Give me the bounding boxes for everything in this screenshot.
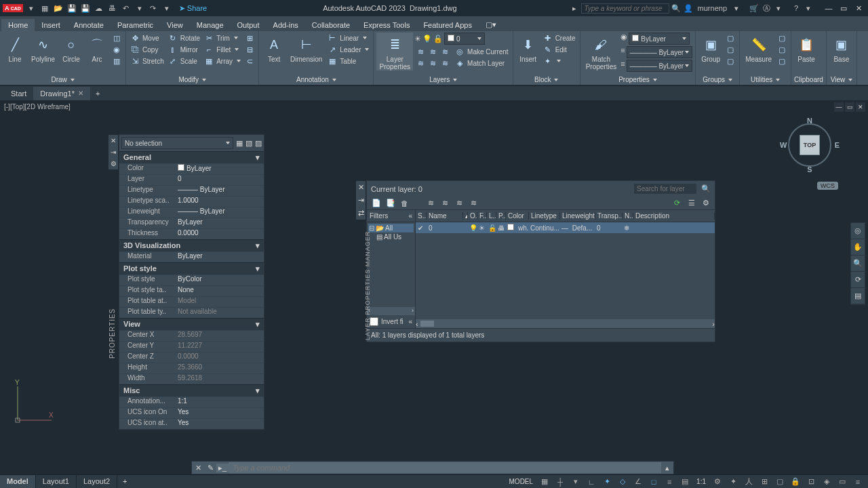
viewcube-w[interactable]: W	[780, 141, 787, 149]
block-tool-3[interactable]: ✦	[542, 56, 577, 66]
layer-search-input[interactable]	[634, 184, 696, 194]
refresh-icon[interactable]: ⟳	[672, 198, 682, 208]
section-misc[interactable]: Misc▾	[119, 384, 264, 396]
group-t2[interactable]: ▢	[724, 44, 736, 55]
draw-tool-2[interactable]: ◉	[111, 44, 123, 55]
save-icon[interactable]: 💾	[66, 3, 77, 14]
block-panel-title[interactable]: Block	[516, 75, 577, 85]
menu-down-icon[interactable]: ▾	[26, 3, 37, 14]
new-icon[interactable]: ▦	[39, 3, 50, 14]
tab-home[interactable]: Home	[1, 19, 35, 31]
anno-icon[interactable]: ⚙	[710, 476, 725, 488]
draw-tool-3[interactable]: ▥	[111, 56, 123, 66]
web-mobile-icon[interactable]: ☁	[94, 3, 104, 14]
user-drop-icon[interactable]: ▾	[731, 3, 742, 14]
app-drop-icon[interactable]: ▾	[773, 3, 784, 14]
edit-block-button[interactable]: ✎Edit	[542, 44, 577, 55]
util-t2[interactable]: ▢	[776, 44, 788, 55]
nav-showm-icon[interactable]: ▤	[851, 288, 865, 304]
minimize-icon[interactable]: —	[822, 3, 835, 14]
open-icon[interactable]: 📂	[53, 3, 64, 14]
tab-express[interactable]: Express Tools	[357, 19, 416, 31]
layer-opt-icon[interactable]: ⇄	[358, 209, 364, 218]
layer-lock-icon[interactable]: 🔓	[433, 35, 443, 43]
layout-2[interactable]: Layout2	[77, 475, 117, 488]
groups-panel-title[interactable]: Groups	[698, 75, 736, 85]
modify-tool-2[interactable]: ⊟	[243, 44, 256, 55]
draw-panel-title[interactable]: Draw	[3, 75, 123, 85]
paste-button[interactable]: 📋Paste	[794, 33, 818, 63]
new-layer-icon[interactable]: 📄	[371, 198, 381, 208]
util-t1[interactable]: ▢	[776, 33, 788, 43]
props-tool-2-icon[interactable]: ▧	[245, 139, 252, 148]
redo-icon[interactable]: ↷	[148, 3, 159, 14]
section-view[interactable]: View▾	[119, 318, 264, 330]
stretch-button[interactable]: ⇲Stretch	[129, 56, 165, 66]
trans-toggle-icon[interactable]: ▤	[677, 476, 692, 488]
move-button[interactable]: ✥Move	[129, 33, 165, 43]
props-pin-icon[interactable]: ⇥	[111, 148, 116, 156]
tab-manage[interactable]: Manage	[190, 19, 231, 31]
match-layer-button[interactable]: ◈Match Layer	[454, 58, 510, 68]
help-search-input[interactable]	[581, 3, 669, 14]
nav-wheel-icon[interactable]: ◎	[851, 223, 865, 239]
properties-panel-title[interactable]: Properties	[583, 75, 692, 85]
base-button[interactable]: ▣Base	[829, 33, 854, 63]
otrack-icon[interactable]: □	[646, 476, 661, 488]
nav-pan-icon[interactable]: ✋	[851, 239, 865, 256]
lw-icon[interactable]: ≡	[620, 46, 625, 58]
drawing-canvas[interactable]: [-][Top][2D Wireframe] — ▭ ✕ TOP N S E W…	[0, 100, 868, 460]
view-cube[interactable]: TOP N S E W	[783, 118, 837, 172]
match-properties-button[interactable]: 🖌Match Properties	[583, 33, 620, 70]
modify-panel-title[interactable]: Modify	[129, 75, 256, 85]
anno-scale[interactable]: 1:1	[693, 478, 709, 485]
ws-icon[interactable]: ✦	[726, 476, 741, 488]
saveas-icon[interactable]: 💾	[80, 3, 91, 14]
filter-all[interactable]: ⊟📂All	[368, 224, 414, 232]
tab-view[interactable]: View	[160, 19, 190, 31]
vp-close-icon[interactable]: ✕	[856, 102, 865, 112]
vp-max-icon[interactable]: ▭	[845, 102, 854, 112]
viewcube-top[interactable]: TOP	[800, 135, 820, 155]
trim-button[interactable]: ✂Trim	[203, 33, 242, 43]
help-drop-icon[interactable]: ▾	[803, 3, 814, 14]
model-space-toggle[interactable]: MODEL	[506, 478, 537, 485]
leader-button[interactable]: ↗Leader	[326, 44, 370, 55]
text-button[interactable]: AText	[262, 33, 286, 63]
invert-collapse-icon[interactable]: «	[408, 318, 412, 325]
user-icon[interactable]: 👤	[683, 3, 694, 14]
viewport-label[interactable]: [-][Top][2D Wireframe]	[4, 103, 71, 110]
filter-collapse-icon[interactable]: «	[408, 212, 412, 220]
viewcube-n[interactable]: N	[807, 117, 812, 125]
draw-tool-1[interactable]: ◫	[111, 33, 123, 43]
layer-pin-icon[interactable]: ⇥	[358, 196, 364, 205]
layer-columns[interactable]: S.. Name ▴ O.. F.. L.. P.. Color Linetyp…	[416, 210, 715, 222]
group-t3[interactable]: ▢	[724, 56, 736, 66]
props-tool-3-icon[interactable]: ▨	[255, 139, 262, 148]
table-button[interactable]: ▦Table	[326, 56, 370, 66]
plot-icon[interactable]: 🖶	[107, 3, 118, 14]
layer-settings-icon[interactable]: ☰	[686, 198, 696, 208]
layer-close-icon[interactable]: ✕	[358, 183, 364, 192]
snap-icon[interactable]: ┼	[553, 476, 568, 488]
search-icon[interactable]: 🔍	[671, 3, 682, 14]
viewcube-s[interactable]: S	[807, 165, 812, 174]
tab-drawing1[interactable]: Drawing1*✕	[33, 87, 90, 100]
layer-scrollbar[interactable]: ‹›	[416, 319, 715, 328]
undo-drop-icon[interactable]: ▾	[134, 3, 145, 14]
close-icon[interactable]: ✕	[852, 3, 865, 14]
vp-min-icon[interactable]: —	[834, 102, 844, 112]
create-block-button[interactable]: ✚Create	[542, 33, 577, 43]
filter-scrollbar[interactable]: ‹›	[367, 307, 415, 315]
modify-tool-3[interactable]: ⊂	[243, 56, 256, 66]
layer-state-3-icon[interactable]: ≋	[454, 198, 465, 208]
user-name[interactable]: murnenp	[695, 4, 730, 12]
units-icon[interactable]: ⊞	[757, 476, 772, 488]
cart-icon[interactable]: 🛒	[749, 3, 760, 14]
lw-toggle-icon[interactable]: ≡	[662, 476, 677, 488]
tab-addins[interactable]: Add-ins	[267, 19, 305, 31]
cmd-expand-icon[interactable]: ▴	[661, 464, 673, 472]
utilities-panel-title[interactable]: Utilities	[743, 75, 788, 85]
hw-icon[interactable]: ◈	[819, 476, 834, 488]
tab-output[interactable]: Output	[231, 19, 267, 31]
